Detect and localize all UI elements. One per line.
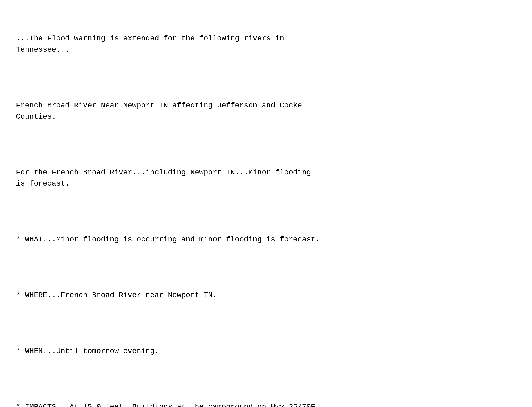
what-paragraph: * WHAT...Minor flooding is occurring and… <box>16 234 516 245</box>
where-paragraph: * WHERE...French Broad River near Newpor… <box>16 290 516 301</box>
location-paragraph: French Broad River Near Newport TN affec… <box>16 100 516 122</box>
intro-paragraph: ...The Flood Warning is extended for the… <box>16 33 516 55</box>
flood-warning-content: ...The Flood Warning is extended for the… <box>16 11 516 407</box>
forecast-summary-paragraph: For the French Broad River...including N… <box>16 167 516 189</box>
impacts-paragraph: * IMPACTS...At 15.0 feet, Buildings at t… <box>16 401 516 407</box>
when-paragraph: * WHEN...Until tomorrow evening. <box>16 346 516 357</box>
